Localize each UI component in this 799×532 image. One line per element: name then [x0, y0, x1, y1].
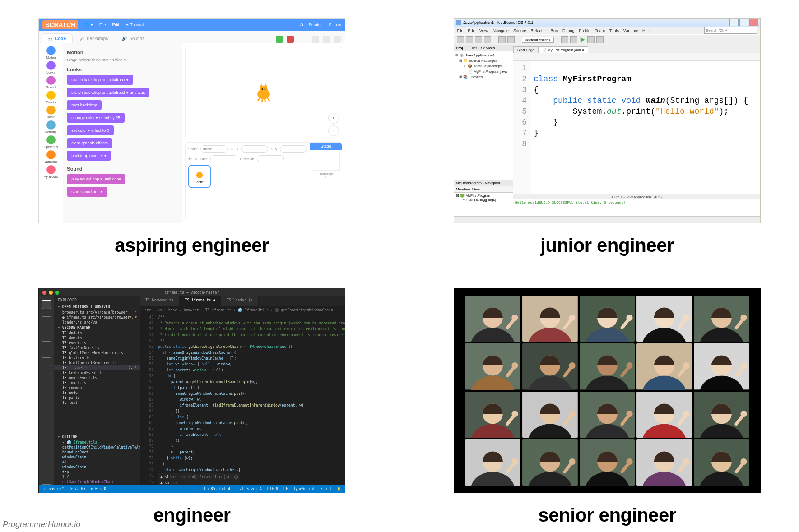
video-tile[interactable] — [465, 392, 520, 438]
sound-block[interactable]: start sound pop ▾ — [67, 187, 107, 197]
video-tile[interactable] — [522, 392, 578, 438]
open-editors-header[interactable]: OPEN EDITORS 1 UNSAVED — [62, 305, 110, 309]
outline-item[interactable]: top — [54, 470, 140, 475]
menu-tutorials[interactable]: ✦ Tutorials — [125, 23, 146, 27]
category-events[interactable]: Events — [46, 91, 56, 104]
redo-icon[interactable] — [507, 36, 515, 43]
fullscreen-icon[interactable] — [334, 36, 341, 43]
file-item[interactable]: TS dom.ts — [54, 336, 140, 341]
category-operators[interactable]: Operators — [44, 135, 58, 148]
tab-java-file[interactable]: 📄 MyFirstProgram.java × — [538, 46, 588, 53]
menu-source[interactable]: Source — [513, 28, 526, 33]
globe-icon[interactable]: 🌐 ▾ — [84, 23, 93, 27]
looks-block[interactable]: backdrop number ▾ — [67, 151, 111, 161]
undo-icon[interactable] — [498, 36, 506, 43]
menu-file[interactable]: File — [99, 23, 106, 27]
file-item[interactable]: TS iframe.ts1, M — [54, 365, 140, 370]
video-tile[interactable] — [636, 296, 692, 342]
category-sound[interactable]: Sound — [46, 76, 56, 89]
category-looks[interactable]: Looks — [46, 61, 56, 74]
sync-status[interactable]: ⟳ 7↓ 0↑ — [70, 487, 86, 491]
settings-icon[interactable] — [42, 476, 51, 485]
menu-run[interactable]: Run — [550, 28, 558, 33]
looks-block[interactable]: switch backdrop to backdrop1 ▾ — [67, 75, 133, 85]
breadcrumb[interactable]: src › vs › base › browser › TS iframe.ts… — [140, 306, 345, 314]
large-stage-icon[interactable] — [323, 36, 330, 43]
debug-icon[interactable] — [42, 349, 51, 358]
file-item[interactable]: TS touch.ts — [54, 380, 140, 385]
maximize-icon[interactable] — [739, 19, 748, 26]
category-control[interactable]: Control — [46, 106, 56, 119]
menu-debug[interactable]: Debug — [562, 28, 575, 33]
menu-refactor[interactable]: Refactor — [530, 28, 546, 33]
outline-item[interactable]: windowChain — [54, 455, 140, 460]
intellisense-popup[interactable]: ◆ slice (method) Array.slice(st… ⓘ◆ spli… — [158, 473, 240, 485]
video-tile[interactable] — [580, 296, 635, 342]
menu-window[interactable]: Window — [623, 28, 638, 33]
code-editor[interactable]: 12345678 class MyFirstProgram { public s… — [513, 61, 760, 194]
size-input[interactable] — [210, 155, 237, 162]
video-tile[interactable] — [694, 343, 749, 389]
category-motion[interactable]: Motion — [46, 46, 56, 59]
save-all-icon[interactable] — [484, 36, 491, 43]
video-tile[interactable] — [465, 296, 520, 342]
video-tile[interactable] — [636, 392, 692, 438]
zoom-in-icon[interactable]: + — [328, 113, 339, 124]
stop-icon[interactable] — [287, 36, 294, 43]
video-tile[interactable] — [580, 439, 635, 486]
video-tile[interactable] — [522, 296, 578, 342]
file-item[interactable]: TS keyboardEvent.ts — [54, 370, 140, 375]
sound-block[interactable]: play sound pop ▾ until done — [67, 174, 125, 184]
sprite-x-input[interactable] — [241, 145, 268, 153]
looks-block[interactable]: next backdrop — [67, 100, 102, 110]
open-icon[interactable] — [475, 36, 482, 43]
join-scratch[interactable]: Join Scratch — [300, 23, 323, 27]
menu-view[interactable]: View — [479, 28, 488, 33]
direction-input[interactable] — [257, 155, 284, 162]
category-variables[interactable]: Variables — [44, 150, 57, 163]
menu-team[interactable]: Team — [595, 28, 605, 33]
close-icon[interactable] — [749, 19, 758, 26]
video-tile[interactable] — [465, 439, 520, 486]
video-tile[interactable] — [522, 439, 578, 486]
sprite-thumbnail[interactable]: Sprite1 — [188, 165, 211, 188]
video-tile[interactable] — [636, 343, 692, 389]
file-item[interactable]: TS dnd.ts — [54, 331, 140, 336]
video-tile[interactable] — [522, 343, 578, 389]
menu-file[interactable]: File — [457, 28, 464, 33]
outline-item[interactable]: boundingRect — [54, 450, 140, 455]
video-tile[interactable] — [694, 439, 749, 486]
editor-tab[interactable]: TS iframe.ts ● — [180, 296, 221, 306]
file-item[interactable]: TS globalMouseMoveMonitor.ts — [54, 351, 140, 356]
outline-item[interactable]: windowChain — [54, 465, 140, 470]
file-item[interactable]: TS parts — [54, 395, 140, 400]
editor-tab[interactable]: TS loader.js — [221, 296, 259, 306]
category-sensing[interactable]: Sensing — [45, 120, 56, 134]
new-file-icon[interactable] — [457, 36, 464, 43]
video-tile[interactable] — [465, 343, 520, 389]
search-input[interactable] — [704, 27, 757, 34]
explorer-icon[interactable] — [42, 300, 51, 309]
encoding[interactable]: UTF-8 — [267, 487, 278, 491]
file-item[interactable]: TS fastDomNode.ts — [54, 346, 140, 351]
tab-size[interactable]: Tab Size: 4 — [238, 487, 262, 491]
file-item[interactable]: TS test — [54, 400, 140, 405]
scm-icon[interactable] — [42, 333, 51, 342]
outline-item[interactable]: ▾ 🧊 IframeUtils — [54, 440, 140, 445]
minimize-icon[interactable] — [729, 19, 739, 26]
config-select[interactable]: <default config> — [522, 37, 554, 43]
clean-build-icon[interactable] — [570, 36, 577, 43]
looks-block[interactable]: clear graphic effects — [67, 138, 112, 148]
debug-icon[interactable] — [587, 36, 595, 43]
video-tile[interactable] — [694, 392, 749, 438]
tab-start-page[interactable]: Start Page — [513, 46, 539, 53]
category-my blocks[interactable]: My Blocks — [44, 165, 58, 178]
tab-code[interactable]: ⚏Code — [42, 33, 73, 43]
new-project-icon[interactable] — [466, 36, 473, 43]
file-item[interactable]: TS mouseEvent.ts — [54, 375, 140, 380]
menu-navigate[interactable]: Navigate — [492, 28, 509, 33]
traffic-lights[interactable] — [42, 291, 59, 295]
profile-icon[interactable] — [596, 36, 604, 43]
video-tile[interactable] — [580, 343, 635, 389]
file-item[interactable]: TS common — [54, 385, 140, 390]
